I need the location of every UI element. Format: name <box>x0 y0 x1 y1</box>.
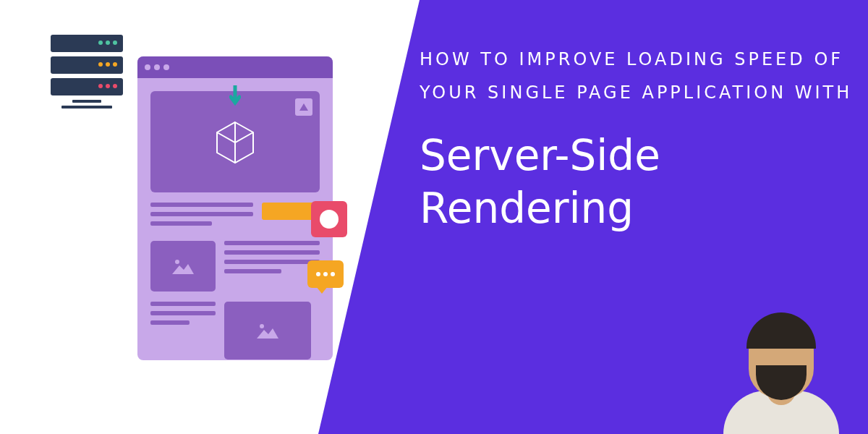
svg-point-1 <box>260 324 264 328</box>
arrow-down-icon <box>229 85 241 107</box>
red-circle-icon <box>311 201 347 237</box>
text-lines-2 <box>224 241 320 292</box>
server-stack-icon <box>51 35 123 109</box>
browser-title-bar <box>137 56 333 78</box>
chat-bubble-icon <box>307 260 344 288</box>
text-lines-1 <box>150 203 253 231</box>
illustration-group <box>51 35 347 375</box>
cube-icon <box>210 116 260 167</box>
browser-window-icon <box>137 56 333 360</box>
server-base <box>61 106 112 109</box>
content-row-3 <box>150 302 320 359</box>
server-stand <box>72 100 101 103</box>
svg-point-0 <box>175 260 179 264</box>
avatar-hair <box>746 312 816 349</box>
content-row-1 <box>150 203 320 231</box>
author-avatar <box>716 304 846 434</box>
title-text: Server-Side Rendering <box>420 129 868 234</box>
image-card-1 <box>150 241 216 292</box>
server-rack-3 <box>51 78 123 95</box>
server-rack-2 <box>51 56 123 74</box>
server-rack-1 <box>51 35 123 52</box>
headline-text-block: HOW TO IMPROVE LOADING SPEED OF YOUR SIN… <box>420 43 868 234</box>
subtitle-text: HOW TO IMPROVE LOADING SPEED OF YOUR SIN… <box>420 43 868 109</box>
triangle-up-icon <box>295 98 312 116</box>
image-card-2 <box>224 302 311 359</box>
content-row-2 <box>150 241 320 292</box>
hero-block <box>150 91 320 192</box>
browser-content <box>137 78 333 373</box>
